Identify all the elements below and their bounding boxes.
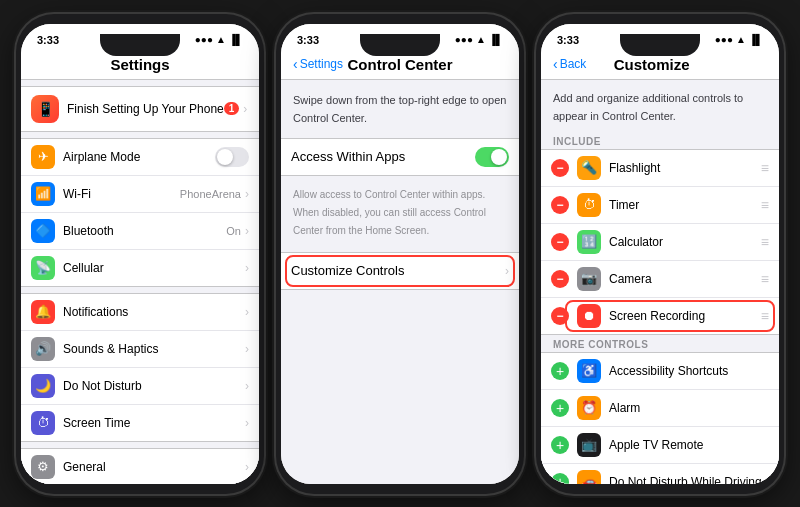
sounds-icon: 🔊 bbox=[31, 337, 55, 361]
control-item-alarm[interactable]: + ⏰ Alarm bbox=[541, 390, 779, 427]
sounds-chevron: › bbox=[245, 342, 249, 356]
alarm-label: Alarm bbox=[609, 401, 769, 415]
remove-btn-calculator[interactable]: − bbox=[551, 233, 569, 251]
phone-control-center: 3:33 ●●● ▲ ▐▌ ‹ Settings Control Center bbox=[276, 14, 524, 494]
remove-btn-screen-recording[interactable]: − bbox=[551, 307, 569, 325]
dnd-chevron: › bbox=[245, 379, 249, 393]
wifi-icon-2: ▲ bbox=[476, 34, 486, 45]
customize-controls-group: Customize Controls › bbox=[281, 252, 519, 290]
time-2: 3:33 bbox=[297, 34, 319, 46]
drag-calculator: ≡ bbox=[761, 234, 769, 250]
nav-title-customize: Customize bbox=[586, 56, 717, 73]
appletv-icon: 📺 bbox=[577, 433, 601, 457]
control-item-flashlight[interactable]: − 🔦 Flashlight ≡ bbox=[541, 150, 779, 187]
nav-bar-settings: Settings bbox=[21, 52, 259, 80]
control-item-appletv[interactable]: + 📺 Apple TV Remote bbox=[541, 427, 779, 464]
add-btn-dnd-driving[interactable]: + bbox=[551, 473, 569, 484]
cc-top-desc: Swipe down from the top-right edge to op… bbox=[281, 80, 519, 132]
status-icons-2: ●●● ▲ ▐▌ bbox=[455, 34, 503, 45]
control-item-accessibility[interactable]: + ♿ Accessibility Shortcuts bbox=[541, 353, 779, 390]
settings-group-1: ✈ Airplane Mode 📶 Wi-Fi PhoneArena › 🔷 B… bbox=[21, 138, 259, 287]
general-chevron: › bbox=[245, 460, 249, 474]
settings-item-general[interactable]: ⚙ General › bbox=[21, 449, 259, 484]
customize-controls-item[interactable]: Customize Controls › bbox=[281, 253, 519, 289]
timer-icon: ⏱ bbox=[577, 193, 601, 217]
settings-item-airplane[interactable]: ✈ Airplane Mode bbox=[21, 139, 259, 176]
nav-bar-cc: ‹ Settings Control Center bbox=[281, 52, 519, 80]
bluetooth-icon: 🔷 bbox=[31, 219, 55, 243]
remove-btn-timer[interactable]: − bbox=[551, 196, 569, 214]
airplane-toggle[interactable] bbox=[215, 147, 249, 167]
back-chevron-cc: ‹ bbox=[293, 56, 298, 72]
accessibility-label: Accessibility Shortcuts bbox=[609, 364, 769, 378]
calculator-label: Calculator bbox=[609, 235, 761, 249]
timer-label: Timer bbox=[609, 198, 761, 212]
settings-group-2: 🔔 Notifications › 🔊 Sounds & Haptics › 🌙… bbox=[21, 293, 259, 442]
more-controls-group: + ♿ Accessibility Shortcuts + ⏰ Alarm + … bbox=[541, 352, 779, 484]
status-icons-3: ●●● ▲ ▐▌ bbox=[715, 34, 763, 45]
notifications-label: Notifications bbox=[63, 305, 245, 319]
wifi-icon: 📶 bbox=[31, 182, 55, 206]
dnd-driving-icon: 🚗 bbox=[577, 470, 601, 484]
drag-flashlight: ≡ bbox=[761, 160, 769, 176]
settings-item-notifications[interactable]: 🔔 Notifications › bbox=[21, 294, 259, 331]
nav-title-cc: Control Center bbox=[343, 56, 457, 73]
accessibility-icon: ♿ bbox=[577, 359, 601, 383]
control-item-calculator[interactable]: − 🔢 Calculator ≡ bbox=[541, 224, 779, 261]
calculator-icon: 🔢 bbox=[577, 230, 601, 254]
settings-item-dnd[interactable]: 🌙 Do Not Disturb › bbox=[21, 368, 259, 405]
add-btn-appletv[interactable]: + bbox=[551, 436, 569, 454]
camera-label: Camera bbox=[609, 272, 761, 286]
remove-btn-flashlight[interactable]: − bbox=[551, 159, 569, 177]
signal-icon: ●●● bbox=[195, 34, 213, 45]
remove-btn-camera[interactable]: − bbox=[551, 270, 569, 288]
screen-recording-label: Screen Recording bbox=[609, 309, 761, 323]
customize-content: Add and organize additional controls to … bbox=[541, 80, 779, 484]
cc-description: Swipe down from the top-right edge to op… bbox=[293, 94, 506, 124]
battery-icon: ▐▌ bbox=[229, 34, 243, 45]
phone-settings: 3:33 ●●● ▲ ▐▌ Settings 📱 Finish S bbox=[16, 14, 264, 494]
add-btn-accessibility[interactable]: + bbox=[551, 362, 569, 380]
wifi-chevron: › bbox=[245, 187, 249, 201]
settings-group-3: ⚙ General › 🎛 Control Center › ☀ Display… bbox=[21, 448, 259, 484]
control-item-camera[interactable]: − 📷 Camera ≡ bbox=[541, 261, 779, 298]
drag-screen-recording: ≡ bbox=[761, 308, 769, 324]
drag-camera: ≡ bbox=[761, 271, 769, 287]
access-within-toggle[interactable] bbox=[475, 147, 509, 167]
nav-back-customize[interactable]: ‹ Back bbox=[553, 56, 586, 72]
more-controls-header: MORE CONTROLS bbox=[541, 335, 779, 352]
screentime-chevron: › bbox=[245, 416, 249, 430]
chevron-finish: › bbox=[243, 102, 247, 116]
dnd-driving-label: Do Not Disturb While Driving bbox=[609, 475, 769, 484]
control-item-dnd-driving[interactable]: + 🚗 Do Not Disturb While Driving bbox=[541, 464, 779, 484]
settings-item-sounds[interactable]: 🔊 Sounds & Haptics › bbox=[21, 331, 259, 368]
access-within-item[interactable]: Access Within Apps bbox=[281, 139, 519, 175]
battery-icon-2: ▐▌ bbox=[489, 34, 503, 45]
finish-setup-title: Finish Setting Up Your Phone bbox=[67, 102, 224, 116]
add-btn-alarm[interactable]: + bbox=[551, 399, 569, 417]
customize-desc-area: Add and organize additional controls to … bbox=[541, 80, 779, 132]
control-item-screen-recording[interactable]: − ⏺ Screen Recording ≡ bbox=[541, 298, 779, 334]
wifi-value: PhoneArena bbox=[180, 188, 241, 200]
flashlight-label: Flashlight bbox=[609, 161, 761, 175]
settings-item-bluetooth[interactable]: 🔷 Bluetooth On › bbox=[21, 213, 259, 250]
cc-access-description: Allow access to Control Center within ap… bbox=[293, 189, 486, 236]
dnd-label: Do Not Disturb bbox=[63, 379, 245, 393]
cc-content: Swipe down from the top-right edge to op… bbox=[281, 80, 519, 484]
settings-item-wifi[interactable]: 📶 Wi-Fi PhoneArena › bbox=[21, 176, 259, 213]
screen-recording-icon: ⏺ bbox=[577, 304, 601, 328]
settings-item-cellular[interactable]: 📡 Cellular › bbox=[21, 250, 259, 286]
nav-back-cc[interactable]: ‹ Settings bbox=[293, 56, 343, 72]
dnd-icon: 🌙 bbox=[31, 374, 55, 398]
general-icon: ⚙ bbox=[31, 455, 55, 479]
flashlight-icon: 🔦 bbox=[577, 156, 601, 180]
settings-item-screentime[interactable]: ⏱ Screen Time › bbox=[21, 405, 259, 441]
notch-2 bbox=[360, 34, 440, 56]
finish-setup-item[interactable]: 📱 Finish Setting Up Your Phone 1 › bbox=[21, 87, 259, 131]
settings-content: 📱 Finish Setting Up Your Phone 1 › ✈ Air… bbox=[21, 80, 259, 484]
finish-setup-icon: 📱 bbox=[31, 95, 59, 123]
notch bbox=[100, 34, 180, 56]
control-item-timer[interactable]: − ⏱ Timer ≡ bbox=[541, 187, 779, 224]
customize-controls-label: Customize Controls bbox=[291, 263, 505, 278]
notch-3 bbox=[620, 34, 700, 56]
